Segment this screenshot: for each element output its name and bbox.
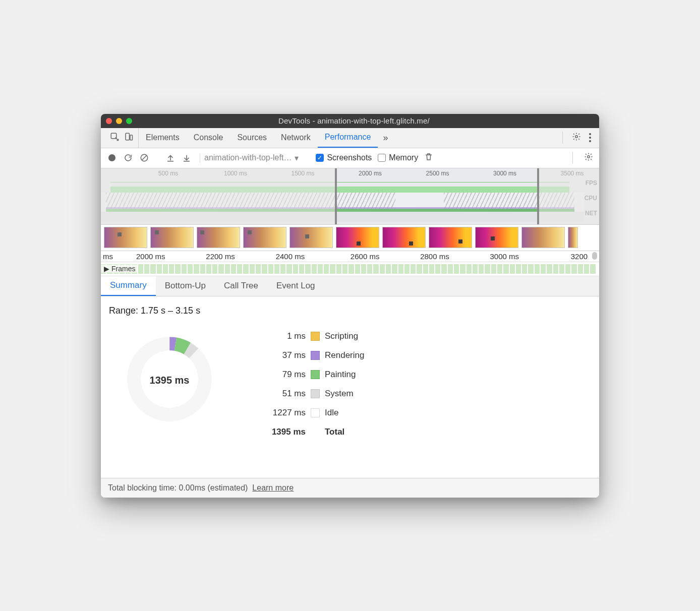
legend-value: 1227 ms	[265, 408, 306, 418]
legend-label: Painting	[325, 370, 356, 380]
legend-swatch-icon	[311, 332, 320, 341]
screenshot-thumb[interactable]	[382, 227, 426, 248]
flame-tick: 2600 ms	[351, 252, 380, 261]
profile-select[interactable]: animation-with-top-left… ▾	[200, 153, 299, 163]
tab-sources[interactable]: Sources	[230, 128, 274, 148]
screenshot-thumb[interactable]	[568, 227, 578, 248]
window-minimize-icon[interactable]	[116, 118, 122, 124]
tab-performance[interactable]: Performance	[318, 128, 378, 148]
screenshot-filmstrip[interactable]	[101, 225, 599, 251]
legend-swatch-icon	[311, 370, 320, 379]
screenshot-thumb[interactable]	[150, 227, 194, 248]
detail-tab-bottom-up[interactable]: Bottom-Up	[156, 276, 215, 296]
inspect-element-icon[interactable]	[110, 132, 119, 143]
overview-dim-right	[539, 168, 599, 224]
dropdown-triangle-icon: ▾	[295, 153, 299, 163]
legend-label: Rendering	[325, 350, 364, 360]
legend-label: Scripting	[325, 331, 358, 341]
download-icon[interactable]	[182, 153, 192, 163]
overview-dim-left	[101, 168, 335, 224]
screenshot-thumb[interactable]	[197, 227, 240, 248]
flame-tick: 2800 ms	[420, 252, 449, 261]
legend-value: 51 ms	[265, 389, 306, 399]
screenshot-thumb[interactable]	[104, 227, 147, 248]
flame-tick: 2200 ms	[206, 252, 235, 261]
divider	[572, 152, 573, 164]
legend-row-system: 51 msSystem	[265, 389, 364, 399]
screenshots-label: Screenshots	[327, 153, 372, 162]
legend-label: System	[325, 389, 354, 399]
svg-rect-2	[130, 135, 133, 140]
perf-toolbar: animation-with-top-left… ▾ ✓ Screenshots…	[101, 148, 599, 168]
tab-elements[interactable]: Elements	[139, 128, 187, 148]
flamechart-time-axis[interactable]: ms 2000 ms2200 ms2400 ms2600 ms2800 ms30…	[101, 251, 599, 262]
divider	[562, 132, 563, 144]
summary-legend: 1 msScripting37 msRendering79 msPainting…	[265, 331, 364, 446]
devtools-window: DevTools - animation-with-top-left.glitc…	[101, 114, 599, 498]
window-traffic-lights	[106, 118, 132, 124]
svg-point-5	[588, 156, 590, 158]
learn-more-link[interactable]: Learn more	[252, 483, 294, 492]
legend-swatch-icon	[311, 408, 320, 417]
flame-tick: 3000 ms	[490, 252, 519, 261]
legend-label: Idle	[325, 408, 338, 418]
overview-selection-handles[interactable]	[335, 168, 539, 224]
screenshots-checkbox[interactable]: ✓ Screenshots	[316, 153, 372, 162]
upload-icon[interactable]	[165, 153, 176, 163]
frames-track-label[interactable]: ▶ Frames	[101, 265, 138, 273]
window-fullscreen-icon[interactable]	[126, 118, 132, 124]
blocking-time-text: Total blocking time: 0.00ms (estimated)	[108, 483, 248, 492]
legend-row-total: 1395 msTotal	[265, 427, 364, 437]
screenshot-thumb[interactable]	[336, 227, 379, 248]
legend-row-scripting: 1 msScripting	[265, 331, 364, 341]
legend-total-value: 1395 ms	[265, 427, 306, 437]
summary-donut-chart: 1395 ms	[119, 331, 220, 429]
capture-settings-gear-icon[interactable]	[584, 152, 593, 163]
perf-detail-tabs: SummaryBottom-UpCall TreeEvent Log	[101, 276, 599, 296]
legend-total-label: Total	[325, 427, 344, 437]
devtools-tab-strip: ElementsConsoleSourcesNetworkPerformance…	[101, 128, 599, 148]
window-close-icon[interactable]	[106, 118, 112, 124]
screenshot-thumb[interactable]	[243, 227, 286, 248]
reload-record-icon[interactable]	[123, 153, 133, 163]
screenshot-thumb[interactable]	[289, 227, 333, 248]
range-label: Range: 1.75 s – 3.15 s	[109, 306, 591, 316]
legend-swatch-icon	[311, 351, 320, 360]
detail-tab-call-tree[interactable]: Call Tree	[215, 276, 267, 296]
legend-row-painting: 79 msPainting	[265, 370, 364, 380]
screenshot-thumb[interactable]	[475, 227, 518, 248]
vertical-scrollbar-icon[interactable]	[592, 252, 597, 260]
disclosure-triangle-icon: ▶	[104, 265, 109, 273]
record-icon[interactable]	[107, 153, 117, 163]
checkbox-checked-icon: ✓	[316, 154, 324, 162]
legend-row-idle: 1227 msIdle	[265, 408, 364, 418]
flame-tick: 2400 ms	[276, 252, 305, 261]
tab-network[interactable]: Network	[274, 128, 318, 148]
profile-name: animation-with-top-left…	[204, 153, 291, 162]
screenshot-thumb[interactable]	[521, 227, 565, 248]
memory-label: Memory	[389, 153, 418, 162]
legend-value: 1 ms	[265, 331, 306, 341]
frames-track[interactable]: ▶ Frames	[101, 262, 599, 276]
detail-tab-summary[interactable]: Summary	[101, 276, 156, 296]
garbage-collect-icon[interactable]	[424, 152, 433, 163]
detail-tab-event-log[interactable]: Event Log	[267, 276, 324, 296]
device-toolbar-icon[interactable]	[124, 132, 133, 143]
tab-console[interactable]: Console	[187, 128, 230, 148]
screenshot-thumb[interactable]	[429, 227, 472, 248]
summary-panel: Range: 1.75 s – 3.15 s 1395 ms 1 msScrip…	[101, 296, 599, 478]
clear-icon[interactable]	[139, 153, 149, 163]
legend-value: 37 ms	[265, 350, 306, 360]
axis-unit: ms	[103, 252, 113, 261]
flame-tick: 2000 ms	[136, 252, 165, 261]
frames-bars	[101, 264, 595, 274]
svg-rect-1	[126, 133, 130, 140]
footer-bar: Total blocking time: 0.00ms (estimated) …	[101, 478, 599, 498]
kebab-menu-icon[interactable]	[585, 133, 595, 142]
settings-gear-icon[interactable]	[568, 132, 585, 143]
memory-checkbox[interactable]: Memory	[378, 153, 418, 162]
window-titlebar: DevTools - animation-with-top-left.glitc…	[101, 114, 599, 128]
donut-total-value: 1395 ms	[150, 374, 190, 386]
perf-overview[interactable]: 500 ms1000 ms1500 ms2000 ms2500 ms3000 m…	[101, 168, 599, 225]
more-tabs-icon[interactable]: »	[378, 133, 393, 143]
